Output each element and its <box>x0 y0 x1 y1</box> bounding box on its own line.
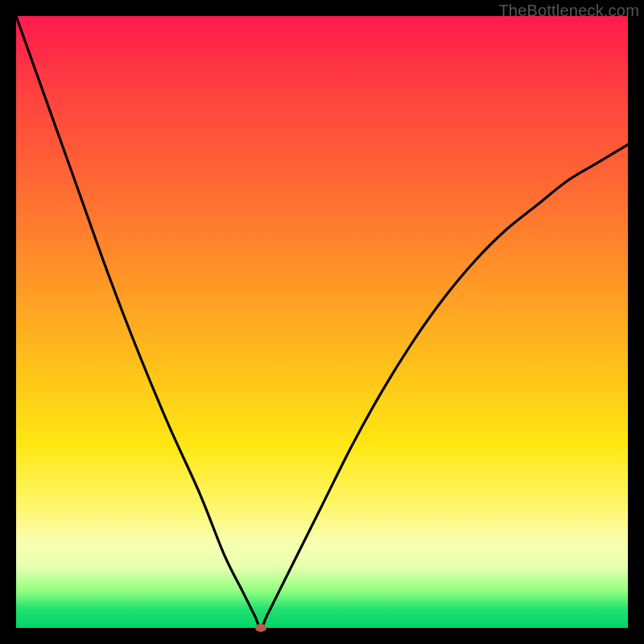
optimal-point-marker <box>255 624 266 632</box>
curve-path <box>16 16 628 628</box>
chart-frame <box>16 16 628 628</box>
bottleneck-curve <box>16 16 628 628</box>
